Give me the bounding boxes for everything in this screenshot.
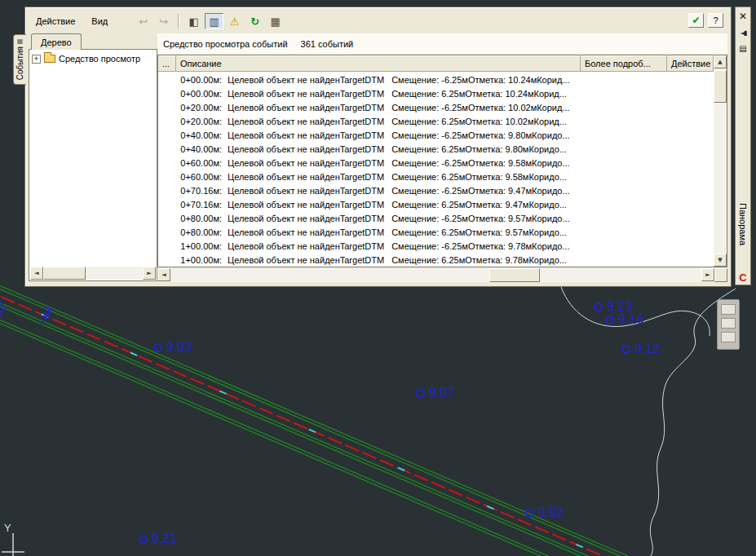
row-station: 0+00.00м: [178,75,222,85]
table-row[interactable]: 0+70.16м:Целевой объект не найденTargetD… [158,183,714,197]
warning-filter-icon[interactable]: ⚠ [225,13,244,29]
menu-view[interactable]: Вид [83,13,116,29]
corridor-edge-lines [0,279,677,556]
panorama-corner-icon[interactable]: С [739,271,746,284]
tree-root-item[interactable]: + Средство просмотр [29,50,157,68]
scroll-up-icon[interactable]: ▲ [714,55,727,68]
column-header-action[interactable]: Действие [667,55,714,72]
mini-toolbar-button[interactable] [721,318,736,329]
row-station: 1+00.00м: [178,255,222,265]
mini-toolbar-button[interactable] [721,332,736,342]
toolbar: ↩ ↪ ◧ ▥ ⚠ ↻ ▦ [134,13,285,29]
grid-vscroll-thumb[interactable] [714,70,727,103]
properties-menu-icon[interactable]: ▤ [739,44,746,53]
scroll-down-icon[interactable]: ▼ [714,254,727,267]
panorama-titlebar: ✕ ◄▮ ▤ Панорама С [735,7,751,285]
row-details: Смещение: -6.25мОтметка: 9.80мКоридо... [391,130,569,140]
row-details: Смещение: -6.25мОтметка: 10.24мКорид... [391,75,569,85]
table-row[interactable]: 0+20.00м:Целевой объект не найденTargetD… [158,100,714,114]
refresh-icon[interactable]: ↻ [245,13,264,29]
panel-toggle-icon[interactable]: ◧ [184,13,203,29]
table-row[interactable]: 0+70.16м:Целевой объект не найденTargetD… [158,197,714,211]
row-station: 0+60.00м: [178,158,222,168]
events-count: 361 событий [301,39,354,49]
grid-hscroll-thumb[interactable] [489,268,540,282]
table-row[interactable]: 0+60.00м:Целевой объект не найденTargetD… [158,170,714,183]
scroll-right-icon[interactable]: ► [701,268,714,281]
grid-vertical-scrollbar[interactable]: ▲ ▼ [714,55,727,267]
table-row[interactable]: 0+00.00м:Целевой объект не найденTargetD… [158,86,714,100]
mini-toolbar-button[interactable] [721,304,736,315]
table-row[interactable]: 0+00.00м:Целевой объект не найденTargetD… [158,73,714,86]
table-row[interactable]: 0+20.00м:Целевой объект не найденTargetD… [158,114,714,128]
row-details: Смещение: 6.25мОтметка: 9.78мКоридо... [391,255,567,265]
close-icon[interactable]: ✕ [739,11,747,22]
row-description: Целевой объект не найденTargetDTM [228,144,384,154]
grid-hscroll-track[interactable] [170,268,701,282]
column-header-details[interactable]: Более подроб... [581,55,667,72]
tree-scroll-track[interactable] [43,267,143,280]
table-row[interactable]: 1+00.00м:Целевой объект не найденTargetD… [158,239,714,253]
row-description: Целевой объект не найденTargetDTM [228,186,384,196]
table-row[interactable]: 0+80.00м:Целевой объект не найденTargetD… [158,225,714,239]
grid-header: ... Описание Более подроб... Действие [158,55,714,72]
events-panel: Средство просмотра событий 361 событий .… [157,33,727,282]
tab-events[interactable]: ▦ События [13,34,26,85]
table-row[interactable]: 1+00.00м:Целевой объект не найденTargetD… [158,253,714,267]
table-row[interactable]: 0+60.00м:Целевой объект не найденTargetD… [158,156,714,170]
help-button[interactable]: ? [708,13,723,28]
events-grid: ... Описание Более подроб... Действие 0+… [157,55,727,267]
tree-expander-icon[interactable]: + [32,55,41,64]
tree-root-label: Средство просмотр [59,54,140,64]
row-description: Целевой объект не найденTargetDTM [228,172,384,182]
ucs-axis-label: Y [4,522,11,534]
row-details: Смещение: 6.25мОтметка: 9.47мКоридо... [391,200,567,210]
row-station: 0+40.00м: [178,144,222,154]
ucs-icon [2,533,24,556]
tree-scroll-thumb[interactable] [43,267,86,280]
autohide-pin-icon[interactable]: ◄▮ [741,29,746,37]
grid-view-icon[interactable]: ▥ [205,13,223,29]
row-details: Смещение: 6.25мОтметка: 9.57мКоридо... [391,227,567,237]
table-row[interactable]: 0+80.00м:Целевой объект не найденTargetD… [158,211,714,225]
row-details: Смещение: 6.25мОтметка: 9.58мКоридо... [391,172,567,182]
back-icon[interactable]: ↩ [134,13,153,29]
row-description: Целевой объект не найденTargetDTM [228,200,384,210]
drawing-mini-toolbar[interactable] [717,299,740,350]
panorama-title: Панорама [738,203,748,245]
row-details: Смещение: 6.25мОтметка: 9.80мКоридо... [391,144,567,154]
table-row[interactable]: 0+40.00м:Целевой объект не найденTargetD… [158,142,714,156]
grid-vscroll-track[interactable] [714,103,727,254]
scroll-left-icon[interactable]: ◄ [157,268,170,281]
row-description: Целевой объект не найденTargetDTM [228,130,384,140]
row-station: 0+40.00м: [178,130,222,140]
export-icon[interactable]: ▦ [266,13,285,29]
row-description: Целевой объект не найденTargetDTM [228,75,384,85]
forward-icon[interactable]: ↪ [154,13,173,29]
tree-box[interactable]: + Средство просмотр ◄ ► [29,49,157,281]
table-row[interactable]: 0+40.00м:Целевой объект не найденTargetD… [158,128,714,142]
row-station: 0+80.00м: [178,227,222,237]
apply-check-button[interactable]: ✔ [688,13,704,28]
event-rows: 0+00.00м:Целевой объект не найденTargetD… [158,73,714,267]
events-tab-label: События [15,46,24,80]
row-station: 0+20.00м: [178,103,222,113]
events-title: Средство просмотра событий [163,39,288,49]
menu-action[interactable]: Действие [28,13,83,29]
topright-buttons: ✔ ? [688,13,723,28]
row-station: 0+80.00м: [178,214,222,223]
column-header-icon[interactable]: ... [158,55,176,72]
events-tab-icon: ▦ [17,38,24,45]
civil3d-drawing-area[interactable]: 229.039.079.239.169.129.929.21 Y Действи… [0,0,756,556]
tab-tree[interactable]: Дерево [31,33,82,50]
toolbar-separator [178,14,179,29]
row-station: 0+20.00м: [178,117,222,126]
scroll-left-icon[interactable]: ◄ [30,267,43,280]
grid-horizontal-scrollbar[interactable]: ◄ ► [157,268,727,282]
row-description: Целевой объект не найденTargetDTM [228,117,384,126]
events-title-bar: Средство просмотра событий 361 событий [157,33,727,54]
tree-horizontal-scrollbar[interactable]: ◄ ► [30,267,156,280]
row-details: Смещение: -6.25мОтметка: 10.02мКорид... [391,103,569,113]
column-header-description[interactable]: Описание [176,55,581,72]
scroll-right-icon[interactable]: ► [143,267,156,280]
